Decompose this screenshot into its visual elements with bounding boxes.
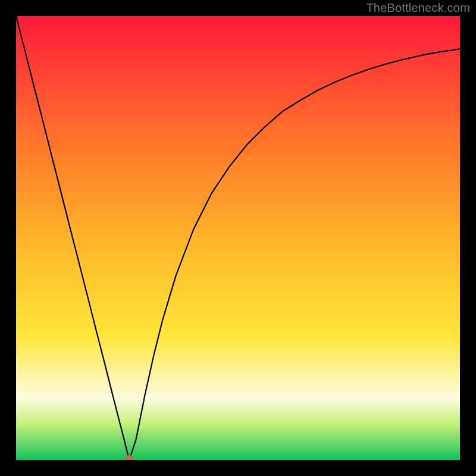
chart-container: TheBottleneck.com [0, 0, 476, 476]
chart-svg [16, 16, 460, 460]
plot-frame [16, 16, 460, 460]
watermark-text: TheBottleneck.com [366, 1, 470, 15]
gradient-background [16, 16, 460, 460]
